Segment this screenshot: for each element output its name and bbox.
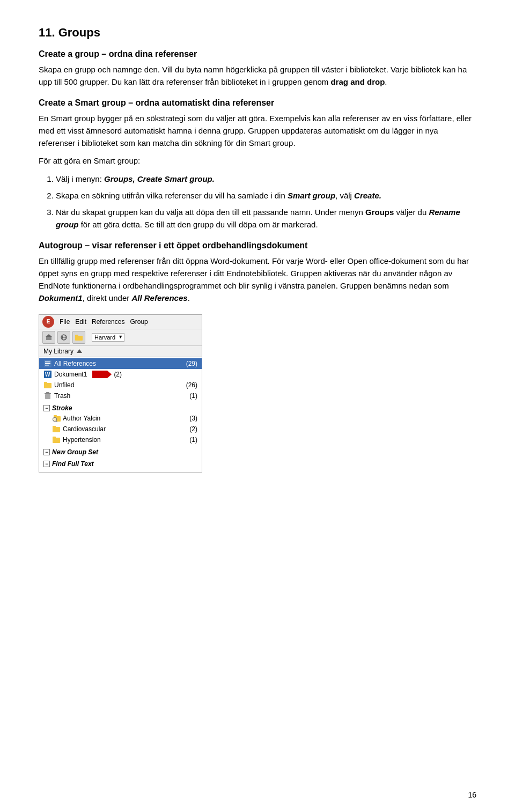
svg-rect-22 — [53, 427, 60, 432]
trash-count: (1) — [189, 392, 197, 400]
dokument1-count: (2) — [114, 371, 122, 378]
search-folder-icon — [52, 414, 61, 423]
all-refs-count: (29) — [186, 360, 197, 367]
hypertension-count: (1) — [189, 436, 197, 444]
unfiled-folder-icon — [43, 381, 52, 389]
trash-label: Trash — [54, 392, 70, 400]
svg-rect-19 — [54, 415, 57, 417]
menu-group: Group — [130, 318, 148, 326]
panel-menubar: E File Edit References Group — [39, 315, 202, 329]
svg-rect-24 — [53, 438, 60, 443]
svg-rect-8 — [45, 361, 50, 363]
dokument1-red-arrow — [92, 371, 107, 378]
cardiovascular-folder-icon — [52, 425, 61, 433]
unfiled-count: (26) — [186, 381, 197, 389]
cardiovascular-count: (2) — [189, 425, 197, 433]
svg-rect-0 — [46, 336, 52, 340]
page-number: 16 — [468, 791, 476, 799]
tree-trash: Trash (1) — [39, 390, 202, 401]
svg-rect-17 — [46, 392, 49, 393]
panel-tree: All References (29) W Dokument1 (2) Unfi… — [39, 357, 202, 472]
tree-author-yalcin: Author Yalcin (3) — [39, 413, 202, 424]
endnote-logo-icon: E — [42, 316, 54, 328]
tree-hypertension: Hypertension (1) — [39, 434, 202, 445]
svg-rect-23 — [53, 426, 56, 427]
find-full-text-label: Find Full Text — [52, 460, 94, 468]
tree-cardiovascular: Cardiovascular (2) — [39, 424, 202, 434]
smart-group-steps: Välj i menyn: Groups, Create Smart group… — [56, 173, 476, 231]
author-yalcin-label: Author Yalcin — [63, 415, 100, 422]
toolbar-globe-icon — [57, 331, 70, 344]
hypertension-label: Hypertension — [63, 436, 101, 444]
find-full-text-icon: − — [43, 461, 50, 467]
toolbar-home-icon — [42, 331, 55, 344]
tree-unfiled: Unfiled (26) — [39, 380, 202, 390]
svg-rect-25 — [53, 437, 56, 438]
stroke-group-header: − Stroke — [39, 403, 202, 413]
new-group-set-label: New Group Set — [52, 448, 98, 456]
all-refs-icon — [43, 359, 52, 368]
stroke-group-label: Stroke — [52, 404, 72, 412]
svg-rect-16 — [45, 393, 51, 394]
svg-text:W: W — [45, 372, 50, 378]
trash-icon — [43, 392, 52, 400]
svg-rect-10 — [45, 365, 49, 366]
smart-group-intro: För att göra en Smart group: — [39, 154, 476, 167]
toolbar-folder-icon — [72, 331, 85, 344]
my-library-label: My Library — [39, 346, 202, 357]
section-create-group-para: Skapa en grupp och namnge den. Vill du b… — [39, 63, 476, 88]
svg-rect-15 — [45, 394, 50, 399]
hypertension-folder-icon — [52, 435, 61, 444]
new-group-set-header: − New Group Set — [39, 447, 202, 457]
find-full-text-header: − Find Full Text — [39, 459, 202, 469]
section-smart-group-heading: Create a Smart group – ordna automatiskt… — [39, 98, 476, 108]
svg-rect-5 — [75, 336, 83, 341]
all-refs-label: All References — [54, 360, 96, 367]
panel-toolbar: Harvard ▼ — [39, 329, 202, 346]
menu-references: References — [92, 318, 124, 326]
menu-edit: Edit — [75, 318, 86, 326]
autogroup-para: En tillfällig grupp med referenser från … — [39, 255, 476, 305]
cardiovascular-label: Cardiovascular — [63, 425, 106, 433]
new-group-set-icon: − — [43, 449, 50, 455]
svg-marker-1 — [46, 334, 52, 337]
svg-rect-6 — [75, 335, 78, 336]
step-3: När du skapat gruppen kan du välja att d… — [56, 206, 476, 231]
section-create-group-heading: Create a group – ordna dina referenser — [39, 49, 476, 59]
my-library-expand-icon — [77, 349, 82, 353]
page-heading: 11. Groups — [39, 26, 476, 40]
autogroup-heading: Autogroup – visar referenser i ett öppet… — [39, 241, 476, 250]
svg-rect-13 — [44, 383, 52, 388]
tree-all-references: All References (29) — [39, 358, 202, 369]
unfiled-label: Unfiled — [54, 381, 74, 389]
style-dropdown: Harvard ▼ — [92, 333, 124, 342]
word-icon: W — [43, 370, 52, 379]
svg-point-20 — [53, 417, 57, 421]
stroke-collapse-icon: − — [43, 405, 50, 411]
tree-dokument1: W Dokument1 (2) — [39, 369, 202, 380]
step-1: Välj i menyn: Groups, Create Smart group… — [56, 173, 476, 185]
section-smart-group-para: En Smart group bygger på en sökstrategi … — [39, 112, 476, 150]
endnote-screenshot: E File Edit References Group Harvard ▼ — [39, 314, 202, 473]
dokument1-label: Dokument1 — [54, 371, 87, 378]
author-yalcin-count: (3) — [189, 415, 197, 422]
step-2: Skapa en sökning utifrån vilka referense… — [56, 189, 476, 202]
menu-file: File — [60, 318, 70, 326]
svg-rect-14 — [44, 382, 47, 383]
svg-rect-9 — [45, 363, 50, 364]
